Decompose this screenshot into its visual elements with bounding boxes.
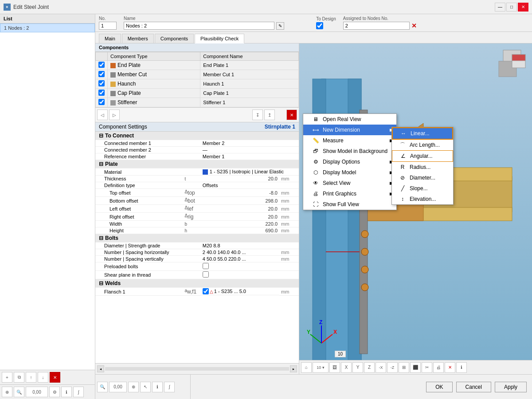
viewport[interactable]: X Y Z 10 xyxy=(299,43,532,374)
preloaded-check[interactable] xyxy=(203,263,209,269)
vp-info-btn[interactable]: ℹ xyxy=(456,362,467,373)
submenu-elevation[interactable]: ↕ Elevation... xyxy=(392,194,453,204)
vp-clip-btn[interactable]: ✂ xyxy=(422,362,432,373)
setting-label: Right offset xyxy=(95,213,183,221)
menu-show-full-view[interactable]: ⛶ Show Full View xyxy=(303,199,396,210)
component-checkbox[interactable] xyxy=(98,71,105,77)
submenu-diameter[interactable]: ⊘ Diameter... xyxy=(392,172,453,183)
submenu-angular[interactable]: ∠ Angular... xyxy=(392,150,453,162)
component-row[interactable]: Haunch Haunch 1 xyxy=(96,79,299,89)
tab-components[interactable]: Components xyxy=(155,34,194,43)
menu-display-options[interactable]: ⚙ Display Options ▶ xyxy=(303,156,396,167)
tab-plausibility[interactable]: Plausibility Check xyxy=(195,34,244,43)
list-item[interactable]: 1 Nodes : 2 xyxy=(0,23,95,32)
export-btn[interactable]: ↥ xyxy=(264,110,275,120)
vp-delete-btn[interactable]: ✕ xyxy=(445,362,455,373)
setting-label: Bottom offset xyxy=(95,197,183,205)
component-row[interactable]: Cap Plate Cap Plate 1 xyxy=(96,89,299,98)
vp-scale-btn[interactable]: 10 ▾ xyxy=(313,362,329,373)
view-icon: 👁 xyxy=(312,180,319,187)
vp-y-btn[interactable]: Y xyxy=(352,362,363,373)
vp-x-btn[interactable]: X xyxy=(341,362,352,373)
right-section: No. Name ✎ To Design Assigned to Nodes N… xyxy=(95,14,532,399)
header-area: No. Name ✎ To Design Assigned to Nodes N… xyxy=(95,14,532,32)
import-btn[interactable]: ↧ xyxy=(252,110,263,120)
window-title: Edit Steel Joint xyxy=(13,4,492,10)
menu-select-view[interactable]: 👁 Select View ▶ xyxy=(303,178,396,188)
menu-display-model[interactable]: ⬡ Display Model ▶ xyxy=(303,167,396,178)
menu-new-dimension[interactable]: ⟷ New Dimension ▶ xyxy=(303,125,396,135)
component-row[interactable]: Member Cut Member Cut 1 xyxy=(96,70,299,79)
move-right-btn[interactable]: ▷ xyxy=(109,110,120,120)
vp-z-btn[interactable]: Z xyxy=(364,362,375,373)
delete-button[interactable]: ✕ xyxy=(50,372,60,383)
weld-check[interactable] xyxy=(203,288,209,294)
component-row[interactable]: Stiffener Stiffener 1 xyxy=(96,98,299,107)
vp-xneg-btn[interactable]: -X xyxy=(376,362,386,373)
scroll-left-btn[interactable]: ◂ xyxy=(97,365,104,372)
submenu-radius[interactable]: R Radius... xyxy=(392,162,453,172)
add-button[interactable]: + xyxy=(2,372,12,383)
setting-row: Connected member 2 — xyxy=(95,147,299,153)
menu-show-model-bg[interactable]: 🗗 Show Model in Background xyxy=(303,146,396,156)
assigned-input[interactable] xyxy=(343,22,410,30)
component-row[interactable]: End Plate End Plate 1 xyxy=(96,61,299,70)
ok-button[interactable]: OK xyxy=(426,382,452,392)
apply-button[interactable]: Apply xyxy=(495,382,527,392)
submenu-arc-length[interactable]: ⌒ Arc Length... xyxy=(392,140,453,150)
component-checkbox[interactable] xyxy=(98,80,105,86)
vp-home-btn[interactable]: ⌂ xyxy=(301,362,312,373)
bottom-info-btn[interactable]: ℹ xyxy=(152,382,163,392)
content-area: Components Component Type Component Name… xyxy=(95,43,532,374)
component-checkbox[interactable] xyxy=(98,90,105,96)
no-input[interactable] xyxy=(99,22,117,30)
horizontal-scrollbar[interactable]: ◂ ▸ xyxy=(95,363,299,374)
submenu-label: Elevation... xyxy=(410,196,436,202)
menu-label: Display Options xyxy=(323,159,360,165)
cancel-button[interactable]: Cancel xyxy=(456,382,491,392)
remove-comp-btn[interactable]: ✕ xyxy=(286,110,297,120)
vp-render-btn[interactable]: 🖼 xyxy=(329,362,340,373)
name-input[interactable] xyxy=(124,22,274,30)
menu-open-real-view[interactable]: 🖥 Open Real View xyxy=(303,114,396,125)
assigned-delete-button[interactable]: ✕ xyxy=(411,22,417,29)
bottom-zoom-btn[interactable]: 🔍 xyxy=(97,382,108,392)
name-edit-button[interactable]: ✎ xyxy=(276,22,284,30)
component-checkbox[interactable] xyxy=(98,99,105,105)
vp-zneg-btn[interactable]: -Z xyxy=(387,362,398,373)
settings-btn[interactable]: ⚙ xyxy=(49,387,60,397)
minimize-button[interactable]: — xyxy=(495,3,505,12)
bottom-val-btn[interactable]: 0,00 xyxy=(109,382,127,392)
maximize-button[interactable]: □ xyxy=(506,3,517,12)
calc-btn[interactable]: ∫ xyxy=(73,387,84,397)
view-button[interactable]: ⊕ xyxy=(2,387,12,397)
copy-button[interactable]: ⧉ xyxy=(14,372,24,383)
setting-label: Shear plane in thread xyxy=(95,271,183,279)
vp-wire-btn[interactable]: ⊞ xyxy=(399,362,409,373)
tab-members[interactable]: Members xyxy=(122,34,154,43)
tab-main[interactable]: Main xyxy=(99,34,121,43)
input-field[interactable]: 0,00 xyxy=(26,387,48,397)
close-button[interactable]: ✕ xyxy=(518,3,528,12)
component-checkbox[interactable] xyxy=(98,62,105,68)
bottom-calc-btn[interactable]: ∫ xyxy=(164,382,175,392)
submenu-linear[interactable]: ↔ Linear... xyxy=(392,127,453,140)
move-down-button[interactable]: ↓ xyxy=(38,372,48,383)
shear-check[interactable] xyxy=(203,271,209,278)
vp-solid-btn[interactable]: ⬛ xyxy=(410,362,421,373)
bottom-select-btn[interactable]: ↖ xyxy=(140,382,151,392)
menu-measure[interactable]: 📏 Measure ▶ xyxy=(303,135,396,146)
zoom-button[interactable]: 🔍 xyxy=(14,387,24,397)
vp-print-btn[interactable]: 🖨 xyxy=(433,362,444,373)
menu-print-graphics[interactable]: 🖨 Print Graphics ▶ xyxy=(303,188,396,199)
scroll-right-btn[interactable]: ▸ xyxy=(290,365,297,372)
move-left-btn[interactable]: ◁ xyxy=(97,110,108,120)
move-up-button[interactable]: ↑ xyxy=(26,372,36,383)
bottom-cursor-btn[interactable]: ⊕ xyxy=(128,382,139,392)
settings-header: Component Settings Stirnplatte 1 xyxy=(95,122,299,132)
component-name: End Plate 1 xyxy=(200,61,299,70)
submenu-slope[interactable]: ╱ Slope... xyxy=(392,183,453,194)
setting-label: Reference member xyxy=(95,153,183,160)
info-btn[interactable]: ℹ xyxy=(61,387,72,397)
to-design-checkbox[interactable] xyxy=(316,22,323,29)
